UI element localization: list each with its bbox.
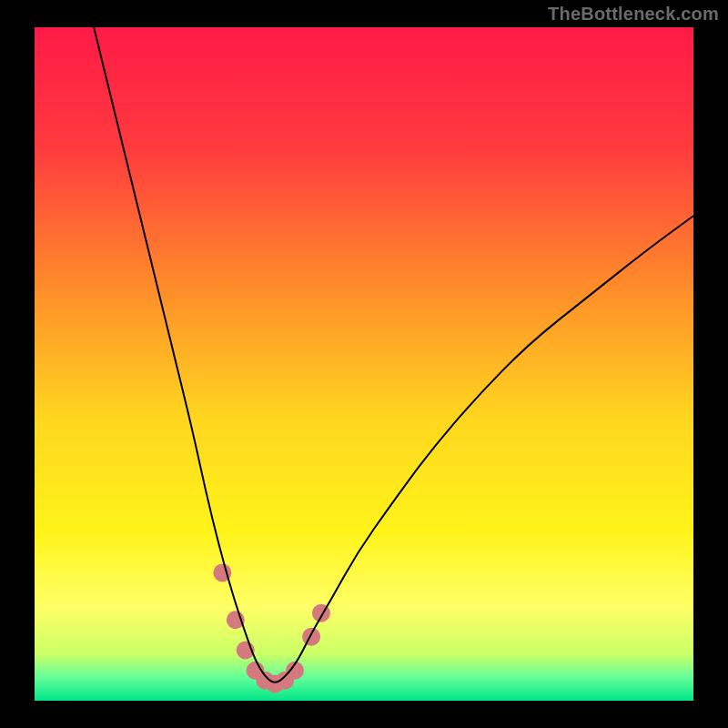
chart-svg xyxy=(0,0,728,728)
watermark-text: TheBottleneck.com xyxy=(548,4,719,25)
plot-background xyxy=(35,27,693,701)
valley-marker xyxy=(302,628,320,646)
chart-stage: TheBottleneck.com xyxy=(0,0,728,728)
